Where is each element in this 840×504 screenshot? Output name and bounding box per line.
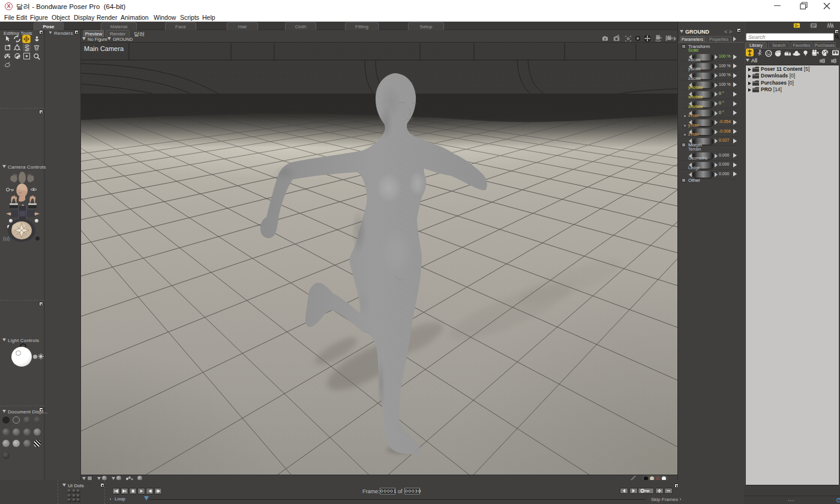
svg-text:(o): (o) — [3, 236, 10, 241]
svg-text:Main Camera: Main Camera — [84, 45, 124, 52]
